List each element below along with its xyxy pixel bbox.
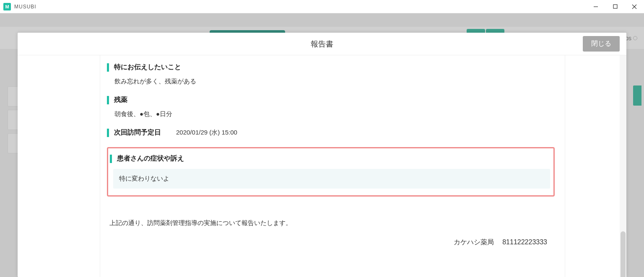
section-title-symptoms: 患者さんの症状や訴え [110, 154, 550, 163]
section-body-convey: 飲み忘れが多く、残薬がある [107, 78, 555, 85]
section-title-text: 残薬 [114, 96, 127, 104]
section-title-remaining: 残薬 [107, 96, 555, 104]
report-signature: カケハシ薬局 811122223333 [107, 238, 555, 247]
section-title-text: 次回訪問予定日 [114, 128, 161, 137]
window-titlebar: M MUSUBI [0, 0, 644, 13]
close-window-button[interactable] [625, 0, 644, 13]
highlighted-symptoms-box: 患者さんの症状や訴え 特に変わりないよ [107, 147, 555, 197]
section-title-text: 特にお伝えしたいこと [114, 63, 181, 72]
window-controls [586, 0, 644, 13]
section-title-text: 患者さんの症状や訴え [117, 154, 184, 163]
signature-pharmacy-name: カケハシ薬局 [454, 238, 494, 246]
section-body-remaining: 朝食後、●包、●日分 [107, 110, 555, 118]
report-footer-note: 上記の通り、訪問薬剤管理指導の実施について報告いたします。 [107, 219, 555, 227]
minimize-button[interactable] [586, 0, 605, 13]
maximize-button[interactable] [605, 0, 625, 13]
signature-number: 811122223333 [502, 238, 547, 246]
next-visit-value: 2020/01/29 (水) 15:00 [176, 129, 237, 137]
section-body-symptoms: 特に変わりないよ [113, 169, 550, 189]
section-title-convey: 特にお伝えしたいこと [107, 63, 555, 72]
svg-rect-1 [613, 5, 617, 8]
app-icon: M [3, 3, 11, 10]
close-modal-button[interactable]: 閉じる [583, 36, 620, 52]
report-modal: 報告書 閉じる 特にお伝えしたいこと 飲み忘れが多く、残薬がある 残薬 朝食後、… [18, 33, 626, 277]
section-next-visit: 次回訪問予定日 2020/01/29 (水) 15:00 [107, 128, 555, 137]
modal-header: 報告書 閉じる [18, 33, 626, 55]
modal-scrollbar[interactable] [620, 55, 626, 277]
report-document: 特にお伝えしたいこと 飲み忘れが多く、残薬がある 残薬 朝食後、●包、●日分 次… [100, 55, 565, 277]
app-title: MUSUBI [14, 4, 36, 10]
scrollbar-thumb[interactable] [621, 231, 626, 277]
modal-body: 特にお伝えしたいこと 飲み忘れが多く、残薬がある 残薬 朝食後、●包、●日分 次… [18, 55, 626, 277]
modal-title: 報告書 [311, 39, 333, 49]
section-title-next-visit: 次回訪問予定日 [107, 128, 161, 137]
